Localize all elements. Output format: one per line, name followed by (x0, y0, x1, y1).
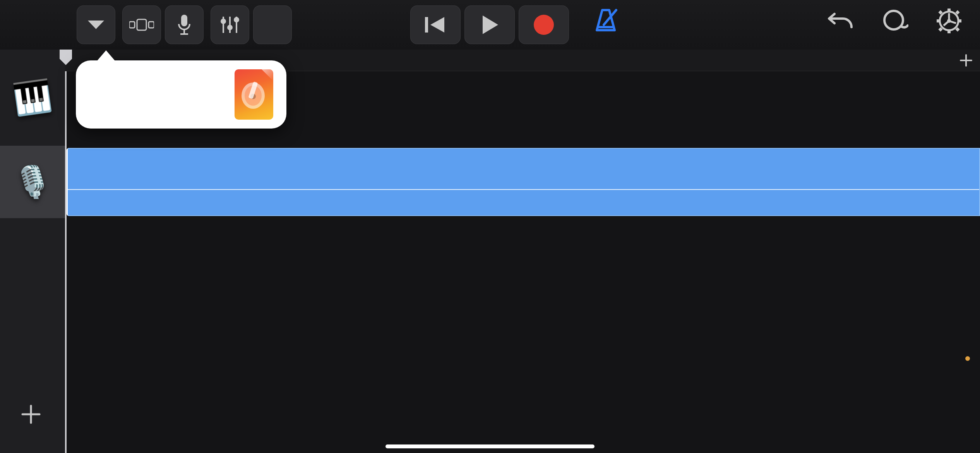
metronome-icon (592, 8, 619, 33)
metronome-button[interactable] (592, 8, 619, 34)
svg-rect-26 (947, 9, 951, 12)
svg-rect-13 (425, 17, 428, 33)
chevron-down-icon (87, 19, 105, 31)
svg-point-10 (228, 26, 232, 29)
track-layout-icon (129, 18, 154, 32)
svg-line-25 (944, 21, 949, 26)
svg-marker-0 (88, 21, 104, 29)
svg-rect-3 (149, 22, 154, 28)
svg-marker-14 (430, 17, 444, 33)
track-header-piano[interactable]: 🎹 (0, 50, 65, 146)
play-icon (480, 15, 499, 35)
fx-button[interactable] (253, 5, 292, 44)
svg-rect-29 (958, 19, 961, 22)
svg-point-16 (534, 15, 554, 35)
home-indicator (385, 444, 595, 448)
svg-rect-28 (937, 19, 941, 22)
record-button[interactable] (519, 5, 569, 44)
loop-button[interactable] (879, 5, 910, 36)
waveform-icon (68, 149, 979, 215)
song-end-marker[interactable] (965, 356, 970, 361)
rewind-button[interactable] (410, 5, 461, 44)
svg-rect-27 (947, 29, 951, 33)
my-songs-popover[interactable] (76, 60, 286, 129)
go-to-beginning-icon (424, 15, 447, 34)
garageband-document-icon (235, 69, 273, 120)
loop-icon (881, 9, 908, 33)
plus-icon (959, 53, 973, 67)
undo-icon (828, 11, 854, 31)
microphone-icon (176, 14, 192, 36)
svg-point-12 (235, 18, 238, 22)
playhead[interactable] (65, 71, 67, 453)
svg-line-24 (949, 21, 956, 23)
mixer-button[interactable] (211, 5, 249, 44)
record-icon (533, 14, 555, 36)
track-view-button[interactable] (122, 5, 161, 44)
add-track-button[interactable] (15, 399, 46, 430)
audio-region[interactable] (67, 148, 980, 216)
svg-rect-2 (137, 19, 146, 30)
piano-icon: 🎹 (11, 77, 54, 118)
region-title (75, 152, 94, 216)
sliders-icon (219, 14, 240, 35)
track-header-audio[interactable]: 🎙️ (0, 146, 65, 218)
vintage-microphone-icon: 🎙️ (13, 164, 52, 200)
add-section-button[interactable] (955, 50, 977, 71)
track-headers-column: 🎹 🎙️ (0, 50, 65, 453)
svg-rect-4 (181, 15, 187, 26)
svg-marker-15 (483, 15, 498, 34)
svg-point-8 (221, 19, 225, 23)
microphone-button[interactable] (165, 5, 204, 44)
top-toolbar (0, 0, 980, 50)
svg-rect-1 (129, 22, 135, 28)
browser-menu-button[interactable] (77, 5, 115, 44)
settings-button[interactable] (934, 5, 965, 36)
gear-icon (936, 8, 962, 34)
plus-icon (20, 403, 42, 425)
undo-button[interactable] (825, 5, 856, 36)
play-button[interactable] (464, 5, 515, 44)
